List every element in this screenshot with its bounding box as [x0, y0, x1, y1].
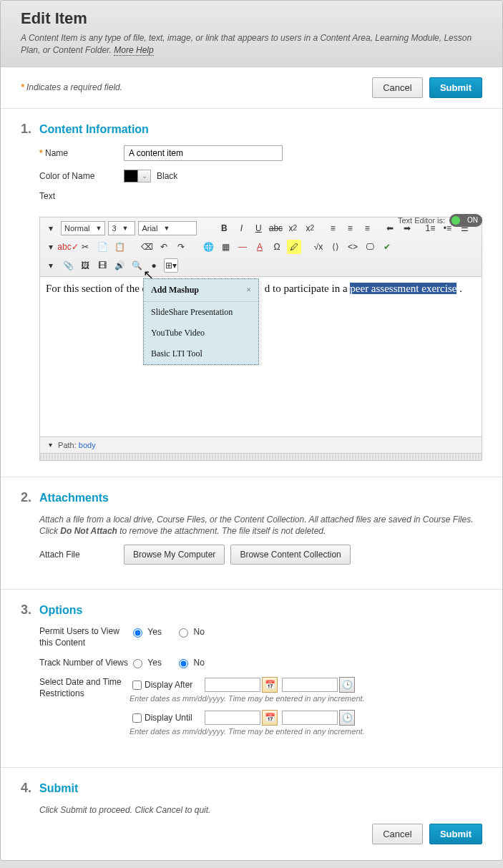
path-body[interactable]: body: [79, 440, 96, 449]
paste-icon[interactable]: 📋: [112, 240, 127, 254]
hr-icon[interactable]: —: [235, 240, 250, 254]
insert-media-icon[interactable]: 🎞: [95, 258, 109, 273]
font-color-icon[interactable]: A: [253, 240, 267, 254]
validate-icon[interactable]: ✔: [380, 240, 394, 254]
required-row: * Indicates a required field. Cancel Sub…: [1, 67, 502, 109]
display-after-checkbox[interactable]: [132, 681, 142, 690]
subscript-icon[interactable]: x2: [285, 221, 300, 235]
display-after-time-input[interactable]: [282, 678, 338, 692]
underline-icon[interactable]: U: [251, 221, 265, 235]
flickr-icon[interactable]: ●: [147, 258, 161, 273]
display-after-date-input[interactable]: [205, 678, 260, 692]
display-until-date-input[interactable]: [205, 711, 260, 725]
highlight-icon[interactable]: 🖊: [287, 240, 301, 254]
mashup-item-youtube[interactable]: YouTube Video: [144, 323, 258, 343]
step-content-information: 1. Content Information * Name Color of N…: [1, 109, 502, 477]
calendar-icon[interactable]: 📅: [262, 677, 278, 693]
collapse-icon[interactable]: ▾: [44, 258, 58, 273]
calendar-icon[interactable]: 📅: [262, 710, 278, 726]
step-4-number: 4.: [21, 781, 39, 796]
submit-button[interactable]: Submit: [429, 77, 482, 98]
attach-file-label: Attach File: [39, 550, 124, 560]
text-editor: Text Editor is: ON ▾ Normal▼ 3▼ Arial▼ B…: [39, 217, 482, 461]
more-help-link[interactable]: More Help: [114, 45, 153, 56]
step-submit: 4. Submit Click Submit to proceed. Click…: [1, 768, 502, 860]
browse-my-computer-button[interactable]: Browse My Computer: [124, 545, 225, 565]
cancel-button[interactable]: Cancel: [372, 77, 422, 98]
redo-icon[interactable]: ↷: [174, 240, 188, 254]
outdent-icon[interactable]: ⬅: [383, 221, 397, 235]
spellcheck-icon[interactable]: abc✓: [61, 240, 75, 254]
mashup-button[interactable]: ⊞▾: [164, 258, 178, 273]
display-until-time-input[interactable]: [282, 711, 338, 725]
superscript-icon[interactable]: x2: [303, 221, 317, 235]
editor-path-bar: ▾ Path: body: [39, 437, 482, 454]
cut-icon[interactable]: ✂: [78, 240, 92, 254]
mashup-item-slideshare[interactable]: SlideShare Presentation: [144, 302, 258, 323]
page-title: Edit Item: [21, 9, 482, 28]
codesample-icon[interactable]: ⟨⟩: [328, 240, 343, 254]
font-size-select[interactable]: 3▼: [108, 221, 135, 235]
permit-no-radio[interactable]: [179, 628, 188, 638]
track-views-label: Track Number of Views: [39, 658, 130, 668]
clock-icon[interactable]: 🕒: [339, 710, 355, 726]
paragraph-select[interactable]: Normal▼: [61, 221, 105, 235]
attach-file-icon[interactable]: 📎: [61, 258, 75, 273]
cancel-button[interactable]: Cancel: [372, 824, 422, 844]
step-1-number: 1.: [21, 122, 39, 137]
required-star-icon: *: [21, 82, 24, 92]
permit-yes-radio[interactable]: [133, 628, 142, 638]
step-options: 3. Options Permit Users to View this Con…: [1, 590, 502, 768]
edit-item-page: Edit Item A Content Item is any type of …: [0, 0, 503, 861]
color-dropdown[interactable]: ⌄: [138, 170, 151, 182]
table-icon[interactable]: ▦: [218, 240, 233, 254]
color-swatch: [124, 170, 138, 182]
resize-handle[interactable]: [39, 454, 482, 461]
collapse-icon[interactable]: ▾: [44, 240, 58, 254]
hyperlink-icon[interactable]: 🌐: [201, 240, 215, 254]
display-until-checkbox[interactable]: [132, 713, 142, 723]
align-right-icon[interactable]: ≡: [360, 221, 374, 235]
clock-icon[interactable]: 🕒: [339, 677, 355, 693]
submit-button[interactable]: Submit: [429, 824, 482, 844]
step-attachments: 2. Attachments Attach a file from a loca…: [1, 477, 502, 590]
required-text: Indicates a required field.: [26, 82, 122, 92]
clear-format-icon[interactable]: ⌫: [140, 240, 154, 254]
browse-content-icon[interactable]: 🔍: [130, 258, 144, 273]
highlighted-link[interactable]: peer assessment exercise: [350, 283, 456, 294]
collapse-icon[interactable]: ▾: [45, 440, 55, 450]
italic-icon[interactable]: I: [234, 221, 248, 235]
insert-image-icon[interactable]: 🖼: [78, 258, 92, 273]
color-of-name-label: Color of Name: [39, 171, 124, 181]
track-no-radio[interactable]: [179, 659, 188, 668]
collapse-icon[interactable]: ▾: [44, 221, 58, 235]
bold-icon[interactable]: B: [217, 221, 231, 235]
track-yes-radio[interactable]: [133, 659, 142, 668]
text-label: Text: [39, 191, 124, 201]
name-label: Name: [45, 148, 68, 158]
permit-users-label: Permit Users to View this Content: [39, 626, 130, 648]
symbol-icon[interactable]: Ω: [270, 240, 284, 254]
align-center-icon[interactable]: ≡: [343, 221, 357, 235]
name-input[interactable]: [124, 145, 283, 161]
copy-icon[interactable]: 📄: [95, 240, 109, 254]
text-editor-on-toggle[interactable]: ON: [449, 214, 482, 227]
attachments-note: Attach a file from a local drive, Course…: [39, 514, 482, 538]
undo-icon[interactable]: ↶: [157, 240, 171, 254]
font-family-select[interactable]: Arial▼: [138, 221, 197, 235]
required-star-icon: *: [39, 148, 43, 158]
step-3-number: 3.: [21, 603, 39, 618]
editor-content-area[interactable]: ↖ For this section of the c ourse, you w…: [39, 277, 482, 437]
strikethrough-icon[interactable]: abc: [268, 221, 283, 235]
preview-icon[interactable]: 🖵: [363, 240, 377, 254]
close-icon[interactable]: ×: [246, 285, 251, 296]
color-value: Black: [157, 171, 177, 181]
insert-audio-icon[interactable]: 🔊: [112, 258, 127, 273]
mashup-item-ltitool[interactable]: Basic LTI Tool: [144, 343, 258, 364]
equation-icon[interactable]: √x: [311, 240, 326, 254]
align-left-icon[interactable]: ≡: [326, 221, 340, 235]
browse-content-collection-button[interactable]: Browse Content Collection: [230, 545, 350, 565]
text-editor-toggle: Text Editor is: ON: [398, 214, 482, 227]
step-3-title: Options: [39, 604, 82, 617]
html-icon[interactable]: <>: [346, 240, 360, 254]
